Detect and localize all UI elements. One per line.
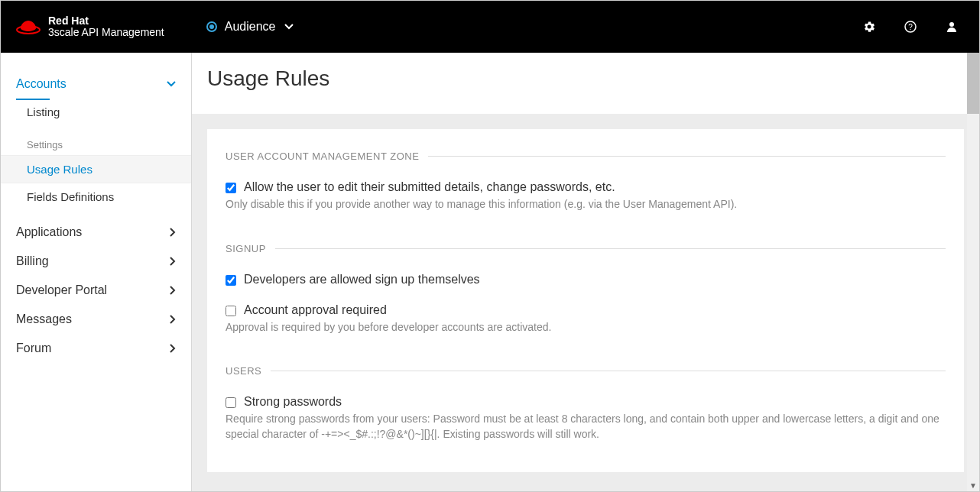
checkbox-strong-passwords[interactable] (226, 397, 236, 408)
sidebar-item-usage-rules[interactable]: Usage Rules (1, 155, 191, 183)
svg-text:?: ? (908, 23, 913, 31)
section-title: SIGNUP (226, 243, 266, 254)
sidebar-item-applications[interactable]: Applications (16, 218, 176, 247)
sidebar-item-listing[interactable]: Listing (27, 99, 176, 125)
chevron-right-icon (170, 228, 176, 237)
brand-line1: Red Hat (48, 15, 164, 27)
sidebar-item-label: Applications (16, 225, 82, 239)
user-icon[interactable] (946, 21, 958, 33)
checkbox-account-approval[interactable] (226, 306, 236, 316)
sidebar-item-label: Fields Definitions (27, 190, 114, 203)
chevron-down-icon (167, 81, 176, 87)
sidebar-item-billing[interactable]: Billing (16, 247, 176, 276)
scrollbar[interactable]: ▼ (967, 53, 979, 491)
gear-icon[interactable] (863, 21, 875, 33)
sidebar-item-messages[interactable]: Messages (16, 305, 176, 334)
checkbox-allow-user-edit[interactable] (226, 183, 236, 193)
chevron-right-icon (170, 344, 176, 353)
redhat-hat-icon (16, 18, 41, 36)
section-title: USER ACCOUNT MANAGEMENT ZONE (226, 151, 419, 162)
help-text: Approval is required by you before devel… (226, 320, 946, 335)
sidebar-item-label: Accounts (16, 77, 67, 91)
svg-point-3 (949, 22, 954, 27)
chevron-right-icon (170, 286, 176, 295)
app-header: Red Hat 3scale API Management Audience ? (1, 1, 979, 53)
sidebar-item-label: Messages (16, 312, 72, 326)
section-title: USERS (226, 365, 261, 377)
sidebar-item-accounts[interactable]: Accounts (16, 70, 176, 99)
radio-icon (206, 21, 217, 32)
divider (428, 156, 946, 157)
chevron-right-icon (170, 315, 176, 324)
section-signup: SIGNUP Developers are allowed sign up th… (226, 243, 946, 335)
scroll-thumb[interactable] (967, 53, 979, 114)
sidebar-item-label: Developer Portal (16, 283, 107, 297)
sidebar: Accounts Listing Settings Usage Rules Fi… (1, 53, 192, 491)
sidebar-item-label: Usage Rules (27, 163, 92, 176)
help-text: Require strong passwords from your users… (226, 412, 946, 442)
sidebar-item-label: Listing (27, 105, 60, 118)
divider (271, 371, 946, 371)
sidebar-item-fields-definitions[interactable]: Fields Definitions (27, 183, 176, 210)
chevron-down-icon (284, 22, 294, 31)
header-toolbar: ? (863, 21, 964, 33)
page-title: Usage Rules (207, 66, 964, 91)
help-text: Only disable this if you provide another… (226, 197, 946, 212)
section-users: USERS Strong passwords Require strong pa… (226, 365, 946, 442)
checkbox-label: Strong passwords (244, 395, 342, 409)
divider (275, 248, 946, 249)
section-uamz: USER ACCOUNT MANAGEMENT ZONE Allow the u… (226, 151, 946, 212)
checkbox-label: Account approval required (244, 303, 387, 317)
help-icon[interactable]: ? (904, 21, 917, 33)
sidebar-section-settings: Settings (27, 125, 176, 155)
brand-logo: Red Hat 3scale API Management (16, 15, 164, 39)
checkbox-dev-signup[interactable] (226, 275, 236, 286)
checkbox-label: Allow the user to edit their submitted d… (244, 180, 615, 194)
chevron-right-icon (170, 257, 176, 266)
context-selector[interactable]: Audience (206, 20, 294, 34)
scroll-arrow-down-icon[interactable]: ▼ (967, 479, 979, 491)
sidebar-item-label: Billing (16, 254, 49, 268)
sidebar-item-forum[interactable]: Forum (16, 334, 176, 363)
checkbox-label: Developers are allowed sign up themselve… (244, 273, 480, 286)
brand-line2: 3scale API Management (48, 27, 164, 38)
sidebar-item-developer-portal[interactable]: Developer Portal (16, 276, 176, 305)
main-content: Usage Rules USER ACCOUNT MANAGEMENT ZONE (192, 53, 979, 491)
settings-card: USER ACCOUNT MANAGEMENT ZONE Allow the u… (207, 129, 964, 472)
context-label: Audience (225, 20, 276, 34)
sidebar-item-label: Forum (16, 341, 51, 355)
